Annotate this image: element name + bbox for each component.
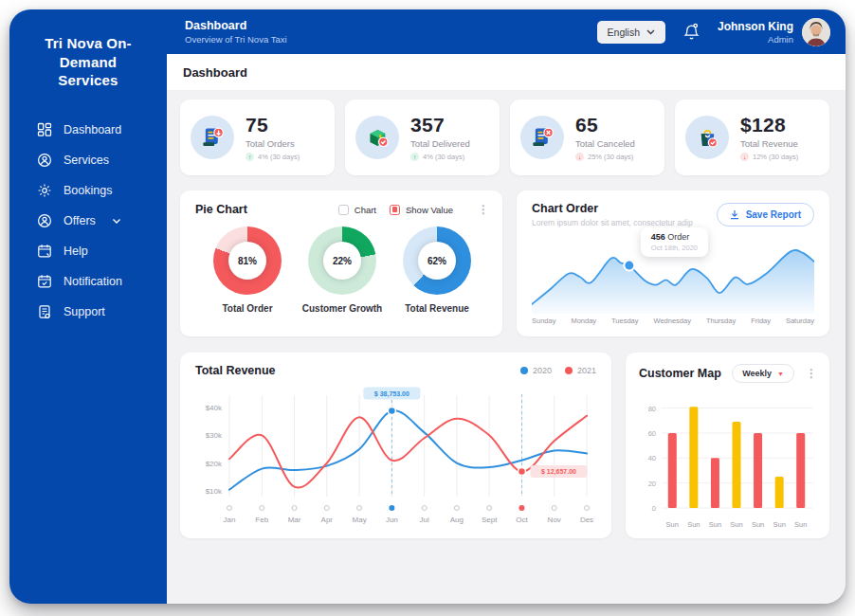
svg-text:Sun: Sun [666,520,679,529]
more-options-icon[interactable]: ⋮ [806,368,817,379]
sidebar-item-support[interactable]: Support [9,297,167,327]
svg-text:Nov: Nov [548,516,561,524]
customer-map-card: Customer Map Weekly ▼ ⋮ 020406080SunSunS… [626,353,829,538]
svg-text:60: 60 [648,429,656,438]
sidebar-item-dashboard[interactable]: Dashboard [9,115,167,145]
support-icon [37,304,52,319]
sidebar-item-help[interactable]: Help [9,236,167,266]
stat-value: $128 [740,114,798,136]
svg-text:Sun: Sun [730,520,742,529]
chart-tooltip: 456 Order Oct 18th, 2020 [641,227,708,257]
svg-text:$10k: $10k [206,487,223,496]
legend-dot-red [565,367,573,374]
delivered-box-icon [355,116,399,159]
save-report-button[interactable]: Save Report [717,203,814,226]
pie-chart-card: Pie Chart Chart Show Value ⋮ [180,190,502,336]
stat-trend-text: 12% (30 days) [753,153,798,161]
chart-order-subtitle: Lorem ipsum dolor sit amet, consectetur … [532,218,693,227]
bookings-icon [37,183,52,198]
notification-icon [37,274,52,289]
stat-trend-text: 4% (30 days) [258,153,300,161]
checkbox-label: Show Value [406,205,453,215]
dashboard-content: 75 Total Orders ↑4% (30 days) 357 Total … [167,90,846,604]
stat-label: Total Revenue [740,138,798,149]
language-dropdown[interactable]: English [597,21,665,44]
svg-text:Oct: Oct [516,516,528,524]
axis-label: Saturday [786,317,814,325]
legend-label: 2020 [533,366,552,375]
brand-title: Tri Nova On-Demand Services [9,28,167,107]
avatar[interactable] [802,18,830,46]
svg-text:$ 38,753.00: $ 38,753.00 [374,390,409,398]
offers-icon [37,213,52,228]
svg-text:$ 12,657.00: $ 12,657.00 [541,468,576,476]
chevron-down-icon [646,29,655,35]
svg-text:Des: Des [580,516,593,524]
svg-text:Sun: Sun [752,520,764,529]
checkbox-unchecked-icon[interactable] [338,205,349,215]
legend-2020[interactable]: 2020 [520,366,552,375]
svg-text:Feb: Feb [255,516,268,524]
stat-card-total-delivered: 357 Total Delivered ↑4% (30 days) [345,100,500,175]
stat-trend-text: 4% (30 days) [423,153,464,161]
svg-text:20: 20 [648,480,656,488]
notification-bell-icon[interactable] [682,23,700,42]
legend-2021[interactable]: 2021 [565,366,596,375]
chart-order-title: Chart Order [532,202,693,215]
stat-label: Total Delivered [410,138,470,149]
axis-label: Monday [571,317,596,325]
sidebar-item-offers[interactable]: Offers [9,206,167,236]
stat-value: 65 [575,114,635,136]
weekly-label: Weekly [742,369,772,378]
donut-label: Customer Growth [302,303,382,314]
donut-total-revenue: 62% Total Revenue [396,226,478,314]
legend-dot-blue [520,367,528,374]
axis-label: Sunday [532,317,555,325]
chevron-down-icon: ▼ [777,371,784,377]
more-options-icon[interactable]: ⋮ [478,204,489,215]
axis-label: Thursday [706,317,736,325]
svg-text:Aug: Aug [450,516,464,524]
trend-up-icon: ↑ [410,153,419,161]
stat-card-total-revenue: $128 Total Revenue ↓12% (30 days) [675,100,829,175]
svg-text:Jul: Jul [420,516,429,524]
donut-value: 62% [428,256,446,266]
weekly-dropdown[interactable]: Weekly ▼ [732,364,794,383]
show-value-checkbox[interactable]: Show Value [390,205,453,215]
language-label: English [608,27,640,38]
axis-label: Wednesday [653,317,690,325]
svg-text:$30k: $30k [206,431,223,440]
donut-value: 22% [333,256,352,266]
donut-total-order: 81% Total Order [207,226,288,314]
donut-label: Total Revenue [405,303,469,314]
user-menu[interactable]: Johnson King Admin [718,18,830,46]
user-name: Johnson King [718,20,793,33]
trend-down-icon: ↓ [740,153,749,161]
stat-trend-text: 25% (30 days) [588,153,633,161]
download-icon [730,209,739,220]
stat-card-total-orders: 75 Total Orders ↑4% (30 days) [180,100,335,175]
sidebar-item-services[interactable]: Services [9,145,167,175]
page-title-bar: Dashboard [167,54,846,90]
total-revenue-title: Total Revenue [195,364,276,377]
donut-value: 81% [238,256,257,266]
donut-customer-growth: 22% Customer Growth [301,226,383,314]
stat-label: Total Canceled [575,138,635,149]
stat-value: 357 [410,114,470,136]
checkbox-checked-icon[interactable] [390,205,400,215]
svg-text:$20k: $20k [206,460,223,468]
stat-card-total-canceled: 65 Total Canceled ↓25% (30 days) [510,100,664,175]
dashboard-icon [37,122,52,137]
services-icon [37,153,52,168]
chart-order-card: Chart Order Lorem ipsum dolor sit amet, … [517,190,829,336]
svg-text:Sept: Sept [482,516,498,524]
svg-text:Sun: Sun [773,520,785,529]
svg-text:0: 0 [652,504,656,513]
chart-checkbox[interactable]: Chart [338,205,376,215]
sidebar-item-notification[interactable]: Notification [9,266,167,297]
svg-text:40: 40 [648,454,656,462]
stat-value: 75 [246,114,300,136]
tooltip-value: 456 [651,232,665,242]
sidebar-item-bookings[interactable]: Bookings [9,175,167,206]
revenue-bag-icon [685,116,729,159]
